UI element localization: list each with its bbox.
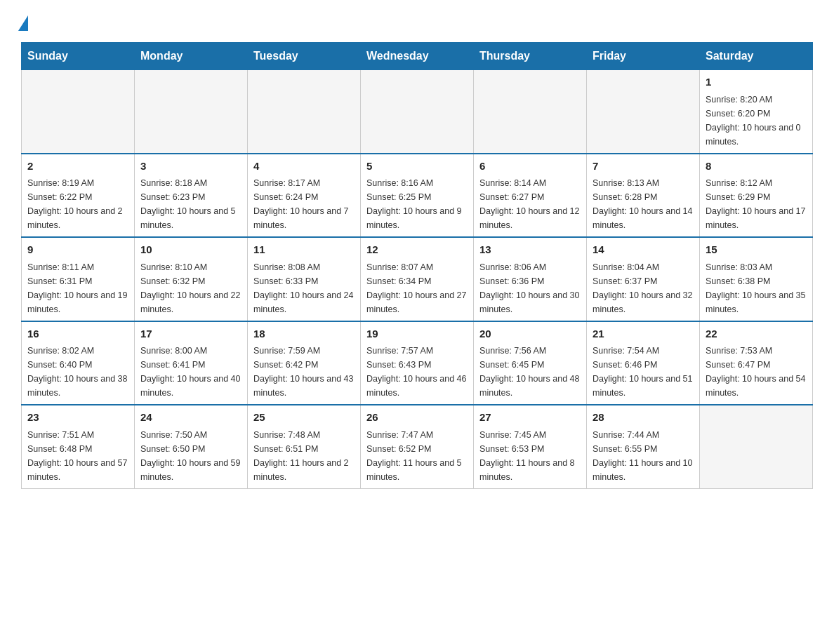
day-number: 3 xyxy=(140,159,241,175)
day-info: Sunrise: 8:02 AMSunset: 6:40 PMDaylight:… xyxy=(27,344,128,400)
day-info: Sunrise: 7:57 AMSunset: 6:43 PMDaylight:… xyxy=(366,344,468,400)
calendar-cell: 11Sunrise: 8:08 AMSunset: 6:33 PMDayligh… xyxy=(248,237,361,321)
calendar-cell: 18Sunrise: 7:59 AMSunset: 6:42 PMDayligh… xyxy=(248,321,361,405)
day-number: 17 xyxy=(140,326,241,342)
day-info: Sunrise: 7:48 AMSunset: 6:51 PMDaylight:… xyxy=(253,428,355,484)
day-number: 9 xyxy=(27,242,128,258)
day-number: 16 xyxy=(27,326,128,342)
day-number: 13 xyxy=(479,242,581,258)
day-info: Sunrise: 7:53 AMSunset: 6:47 PMDaylight:… xyxy=(706,344,807,400)
day-number: 25 xyxy=(253,410,355,426)
day-info: Sunrise: 8:00 AMSunset: 6:41 PMDaylight:… xyxy=(140,344,241,400)
calendar-cell: 9Sunrise: 8:11 AMSunset: 6:31 PMDaylight… xyxy=(22,237,135,321)
calendar-cell: 26Sunrise: 7:47 AMSunset: 6:52 PMDayligh… xyxy=(361,405,474,488)
calendar-cell: 20Sunrise: 7:56 AMSunset: 6:45 PMDayligh… xyxy=(474,321,587,405)
calendar-cell: 19Sunrise: 7:57 AMSunset: 6:43 PMDayligh… xyxy=(361,321,474,405)
day-info: Sunrise: 8:14 AMSunset: 6:27 PMDaylight:… xyxy=(479,176,581,232)
calendar-cell xyxy=(474,70,587,154)
calendar-week-row: 2Sunrise: 8:19 AMSunset: 6:22 PMDaylight… xyxy=(22,154,813,238)
day-info: Sunrise: 7:45 AMSunset: 6:53 PMDaylight:… xyxy=(479,428,581,484)
day-of-week-header: Friday xyxy=(587,43,700,70)
day-number: 28 xyxy=(593,410,694,426)
calendar-cell: 3Sunrise: 8:18 AMSunset: 6:23 PMDaylight… xyxy=(135,154,248,238)
calendar-cell: 21Sunrise: 7:54 AMSunset: 6:46 PMDayligh… xyxy=(587,321,700,405)
calendar-cell xyxy=(361,70,474,154)
calendar-cell xyxy=(587,70,700,154)
day-number: 2 xyxy=(27,159,128,175)
day-number: 6 xyxy=(479,159,581,175)
day-info: Sunrise: 8:04 AMSunset: 6:37 PMDaylight:… xyxy=(593,260,694,316)
day-number: 18 xyxy=(253,326,355,342)
day-info: Sunrise: 7:50 AMSunset: 6:50 PMDaylight:… xyxy=(140,428,241,484)
calendar-cell: 6Sunrise: 8:14 AMSunset: 6:27 PMDaylight… xyxy=(474,154,587,238)
day-number: 24 xyxy=(140,410,241,426)
calendar-week-row: 23Sunrise: 7:51 AMSunset: 6:48 PMDayligh… xyxy=(22,405,813,488)
calendar-cell: 17Sunrise: 8:00 AMSunset: 6:41 PMDayligh… xyxy=(135,321,248,405)
calendar-cell: 2Sunrise: 8:19 AMSunset: 6:22 PMDaylight… xyxy=(22,154,135,238)
day-number: 20 xyxy=(479,326,581,342)
day-info: Sunrise: 7:47 AMSunset: 6:52 PMDaylight:… xyxy=(366,428,468,484)
day-info: Sunrise: 7:51 AMSunset: 6:48 PMDaylight:… xyxy=(27,428,128,484)
day-of-week-header: Saturday xyxy=(700,43,813,70)
day-info: Sunrise: 8:03 AMSunset: 6:38 PMDaylight:… xyxy=(706,260,807,316)
calendar-cell xyxy=(135,70,248,154)
day-info: Sunrise: 8:07 AMSunset: 6:34 PMDaylight:… xyxy=(366,260,468,316)
calendar-cell: 13Sunrise: 8:06 AMSunset: 6:36 PMDayligh… xyxy=(474,237,587,321)
calendar-cell: 1Sunrise: 8:20 AMSunset: 6:20 PMDaylight… xyxy=(700,70,813,154)
calendar-table: SundayMondayTuesdayWednesdayThursdayFrid… xyxy=(21,42,813,489)
day-info: Sunrise: 8:12 AMSunset: 6:29 PMDaylight:… xyxy=(706,176,807,232)
day-info: Sunrise: 8:08 AMSunset: 6:33 PMDaylight:… xyxy=(253,260,355,316)
calendar-cell: 10Sunrise: 8:10 AMSunset: 6:32 PMDayligh… xyxy=(135,237,248,321)
day-number: 11 xyxy=(253,242,355,258)
day-info: Sunrise: 8:19 AMSunset: 6:22 PMDaylight:… xyxy=(27,176,128,232)
day-number: 5 xyxy=(366,159,468,175)
day-number: 7 xyxy=(593,159,694,175)
day-info: Sunrise: 8:11 AMSunset: 6:31 PMDaylight:… xyxy=(27,260,128,316)
day-info: Sunrise: 8:13 AMSunset: 6:28 PMDaylight:… xyxy=(593,176,694,232)
calendar-cell: 8Sunrise: 8:12 AMSunset: 6:29 PMDaylight… xyxy=(700,154,813,238)
day-number: 15 xyxy=(706,242,807,258)
calendar-cell: 15Sunrise: 8:03 AMSunset: 6:38 PMDayligh… xyxy=(700,237,813,321)
day-of-week-header: Thursday xyxy=(474,43,587,70)
calendar-cell xyxy=(22,70,135,154)
day-info: Sunrise: 7:59 AMSunset: 6:42 PMDaylight:… xyxy=(253,344,355,400)
day-number: 1 xyxy=(706,74,807,90)
calendar-cell xyxy=(700,405,813,488)
calendar-cell: 14Sunrise: 8:04 AMSunset: 6:37 PMDayligh… xyxy=(587,237,700,321)
calendar-cell: 23Sunrise: 7:51 AMSunset: 6:48 PMDayligh… xyxy=(22,405,135,488)
day-info: Sunrise: 8:20 AMSunset: 6:20 PMDaylight:… xyxy=(706,93,807,149)
calendar-cell: 4Sunrise: 8:17 AMSunset: 6:24 PMDaylight… xyxy=(248,154,361,238)
day-number: 4 xyxy=(253,159,355,175)
calendar-cell: 27Sunrise: 7:45 AMSunset: 6:53 PMDayligh… xyxy=(474,405,587,488)
calendar-cell: 25Sunrise: 7:48 AMSunset: 6:51 PMDayligh… xyxy=(248,405,361,488)
calendar-week-row: 16Sunrise: 8:02 AMSunset: 6:40 PMDayligh… xyxy=(22,321,813,405)
logo-triangle-icon xyxy=(18,15,28,31)
day-info: Sunrise: 8:18 AMSunset: 6:23 PMDaylight:… xyxy=(140,176,241,232)
calendar-header-row: SundayMondayTuesdayWednesdayThursdayFrid… xyxy=(22,43,813,70)
day-number: 23 xyxy=(27,410,128,426)
day-number: 26 xyxy=(366,410,468,426)
calendar-cell: 12Sunrise: 8:07 AMSunset: 6:34 PMDayligh… xyxy=(361,237,474,321)
calendar-cell: 28Sunrise: 7:44 AMSunset: 6:55 PMDayligh… xyxy=(587,405,700,488)
day-info: Sunrise: 8:10 AMSunset: 6:32 PMDaylight:… xyxy=(140,260,241,316)
day-number: 19 xyxy=(366,326,468,342)
day-info: Sunrise: 7:56 AMSunset: 6:45 PMDaylight:… xyxy=(479,344,581,400)
calendar-cell: 7Sunrise: 8:13 AMSunset: 6:28 PMDaylight… xyxy=(587,154,700,238)
day-info: Sunrise: 8:06 AMSunset: 6:36 PMDaylight:… xyxy=(479,260,581,316)
day-number: 8 xyxy=(706,159,807,175)
calendar-cell: 16Sunrise: 8:02 AMSunset: 6:40 PMDayligh… xyxy=(22,321,135,405)
day-info: Sunrise: 8:16 AMSunset: 6:25 PMDaylight:… xyxy=(366,176,468,232)
calendar-week-row: 9Sunrise: 8:11 AMSunset: 6:31 PMDaylight… xyxy=(22,237,813,321)
calendar-cell: 5Sunrise: 8:16 AMSunset: 6:25 PMDaylight… xyxy=(361,154,474,238)
day-info: Sunrise: 7:54 AMSunset: 6:46 PMDaylight:… xyxy=(593,344,694,400)
calendar-week-row: 1Sunrise: 8:20 AMSunset: 6:20 PMDaylight… xyxy=(22,70,813,154)
calendar-cell xyxy=(248,70,361,154)
day-number: 12 xyxy=(366,242,468,258)
calendar-cell: 22Sunrise: 7:53 AMSunset: 6:47 PMDayligh… xyxy=(700,321,813,405)
day-number: 27 xyxy=(479,410,581,426)
day-of-week-header: Sunday xyxy=(22,43,135,70)
day-number: 21 xyxy=(593,326,694,342)
day-of-week-header: Wednesday xyxy=(361,43,474,70)
calendar-cell: 24Sunrise: 7:50 AMSunset: 6:50 PMDayligh… xyxy=(135,405,248,488)
day-number: 10 xyxy=(140,242,241,258)
